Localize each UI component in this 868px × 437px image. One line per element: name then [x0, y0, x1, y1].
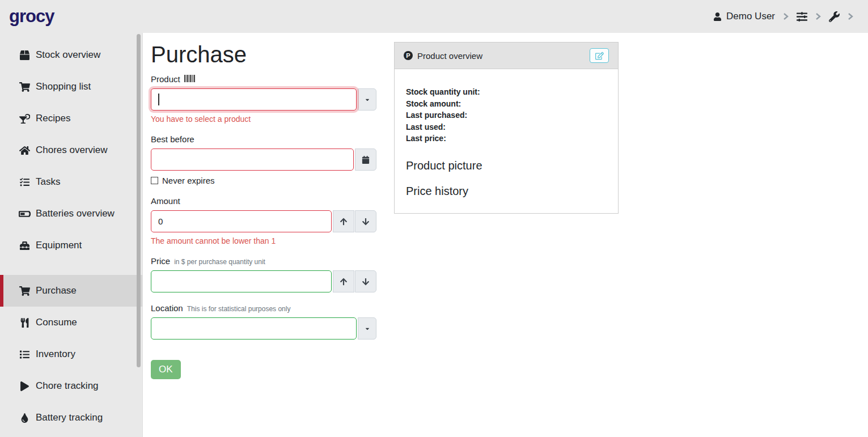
location-field-group: Location This is for statistical purpose…: [151, 303, 376, 340]
amount-field-group: Amount The amount cannot be lower than 1: [151, 196, 376, 245]
best-before-input[interactable]: [151, 149, 354, 171]
wrench-icon: [829, 11, 840, 22]
best-before-label: Best before: [151, 134, 194, 144]
main-content: Purchase Product You have to select a pr…: [143, 33, 868, 437]
product-circle-icon: P: [404, 51, 413, 60]
panel-title: Product overview: [417, 51, 482, 61]
stat-last-price: Last price:: [406, 133, 607, 145]
product-field-group: Product You have to select a product: [151, 74, 376, 124]
amount-increment-button[interactable]: [333, 210, 354, 232]
price-input[interactable]: [151, 270, 332, 292]
price-hint: in $ per purchase quantity unit: [174, 258, 265, 266]
utensils-icon: [18, 318, 31, 328]
sidebar-item-label: Shopping list: [36, 81, 91, 92]
best-before-field-group: Best before Never expires: [151, 134, 376, 185]
product-stats: Stock quantity unit: Stock amount: Last …: [406, 86, 607, 145]
amount-error: The amount cannot be lower than 1: [151, 236, 376, 245]
price-history-heading: Price history: [406, 185, 607, 198]
sidebar-item-label: Equipment: [36, 240, 82, 251]
sliders-icon: [797, 11, 807, 22]
sidebar-item-label: Inventory: [36, 349, 75, 360]
never-expires-checkbox[interactable]: [151, 177, 158, 184]
sidebar-item-label: Purchase: [36, 285, 77, 296]
user-icon: [713, 12, 722, 21]
sidebar-item-label: Chores overview: [36, 145, 108, 156]
never-expires-row: Never expires: [151, 176, 376, 185]
product-error: You have to select a product: [151, 114, 376, 124]
list-icon: [18, 350, 31, 359]
chevron-right-icon[interactable]: [815, 12, 821, 20]
panel-body: Stock quantity unit: Stock amount: Last …: [395, 69, 618, 213]
amount-decrement-button[interactable]: [355, 210, 376, 232]
location-hint: This is for statistical purposes only: [187, 305, 291, 313]
home-icon: [18, 146, 31, 155]
app-logo[interactable]: grocy: [9, 6, 54, 27]
product-dropdown-button[interactable]: [358, 88, 376, 111]
settings-menu[interactable]: [797, 11, 807, 22]
stat-last-purchased: Last purchased:: [406, 109, 607, 121]
top-bar: grocy Demo User: [0, 0, 868, 33]
sidebar-item-chore-tracking[interactable]: Chore tracking: [0, 370, 142, 402]
user-name: Demo User: [726, 11, 775, 22]
page-title: Purchase: [151, 42, 376, 67]
ok-button[interactable]: OK: [151, 360, 181, 379]
sidebar: Stock overview Shopping list Recipes Cho…: [0, 33, 143, 437]
chevron-right-icon[interactable]: [783, 12, 789, 20]
location-label: Location: [151, 303, 183, 313]
product-overview-panel: P Product overview Stock quantity unit: …: [394, 42, 619, 214]
product-label: Product: [151, 74, 180, 84]
top-bar-menu: Demo User: [713, 11, 853, 22]
tasks-icon: [18, 177, 31, 187]
sidebar-item-chores-overview[interactable]: Chores overview: [0, 134, 142, 166]
location-select[interactable]: [151, 317, 357, 340]
sidebar-item-tasks[interactable]: Tasks: [0, 166, 142, 198]
panel-header: P Product overview: [395, 43, 618, 69]
play-icon: [18, 381, 31, 391]
sidebar-item-label: Consume: [36, 317, 77, 328]
sidebar-item-shopping-list[interactable]: Shopping list: [0, 71, 142, 103]
sidebar-item-inventory[interactable]: Inventory: [0, 338, 142, 370]
box-icon: [18, 50, 31, 60]
sidebar-item-purchase[interactable]: Purchase: [0, 275, 142, 307]
droplet-icon: [18, 413, 31, 423]
calendar-button[interactable]: [355, 149, 376, 171]
cart-icon: [18, 286, 31, 296]
sidebar-scrollbar[interactable]: [137, 34, 141, 367]
sidebar-item-label: Battery tracking: [36, 412, 103, 423]
cocktail-icon: [18, 114, 31, 124]
price-decrement-button[interactable]: [355, 270, 376, 292]
sidebar-item-label: Batteries overview: [36, 208, 115, 219]
price-increment-button[interactable]: [333, 270, 354, 292]
stat-stock-quantity-unit: Stock quantity unit:: [406, 86, 607, 98]
text-cursor: [158, 94, 159, 105]
cart-icon: [18, 82, 31, 92]
sidebar-item-label: Stock overview: [36, 49, 100, 61]
sidebar-item-label: Tasks: [36, 176, 60, 188]
purchase-form: Purchase Product You have to select a pr…: [151, 42, 376, 379]
price-field-group: Price in $ per purchase quantity unit: [151, 256, 376, 292]
edit-product-button[interactable]: [590, 48, 609, 63]
sidebar-item-consume[interactable]: Consume: [0, 307, 142, 338]
amount-input[interactable]: [151, 210, 332, 232]
sidebar-item-recipes[interactable]: Recipes: [0, 103, 142, 134]
stat-last-used: Last used:: [406, 121, 607, 133]
sidebar-item-stock-overview[interactable]: Stock overview: [0, 39, 142, 71]
price-label: Price: [151, 256, 170, 266]
sidebar-item-label: Recipes: [36, 113, 70, 124]
user-menu[interactable]: Demo User: [713, 11, 775, 22]
barcode-icon: [184, 75, 196, 82]
sidebar-item-equipment[interactable]: Equipment: [0, 230, 142, 261]
sidebar-item-batteries-overview[interactable]: Batteries overview: [0, 198, 142, 230]
stat-stock-amount: Stock amount:: [406, 98, 607, 110]
product-input[interactable]: [151, 88, 357, 111]
product-picture-heading: Product picture: [406, 159, 607, 172]
admin-menu[interactable]: [829, 11, 840, 22]
amount-label: Amount: [151, 196, 180, 206]
sidebar-item-label: Chore tracking: [36, 380, 99, 392]
sidebar-item-battery-tracking[interactable]: Battery tracking: [0, 402, 142, 434]
battery-icon: [18, 209, 31, 219]
location-dropdown-button[interactable]: [358, 317, 376, 340]
never-expires-label: Never expires: [162, 176, 215, 185]
chevron-right-icon[interactable]: [848, 12, 853, 20]
toolbox-icon: [18, 241, 31, 251]
